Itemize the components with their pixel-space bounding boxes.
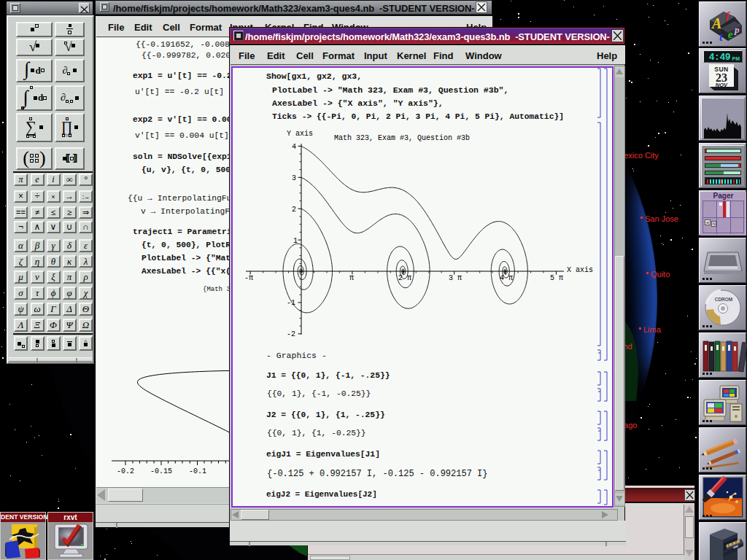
svg-text:-0.2: -0.2 bbox=[117, 467, 134, 475]
svg-text:-0.1: -0.1 bbox=[189, 467, 206, 475]
svg-text:Lima: Lima bbox=[643, 325, 662, 334]
svg-text:San Jose: San Jose bbox=[645, 214, 678, 223]
svg-text:-0.15: -0.15 bbox=[150, 467, 172, 475]
svg-text:Quito: Quito bbox=[651, 270, 670, 279]
